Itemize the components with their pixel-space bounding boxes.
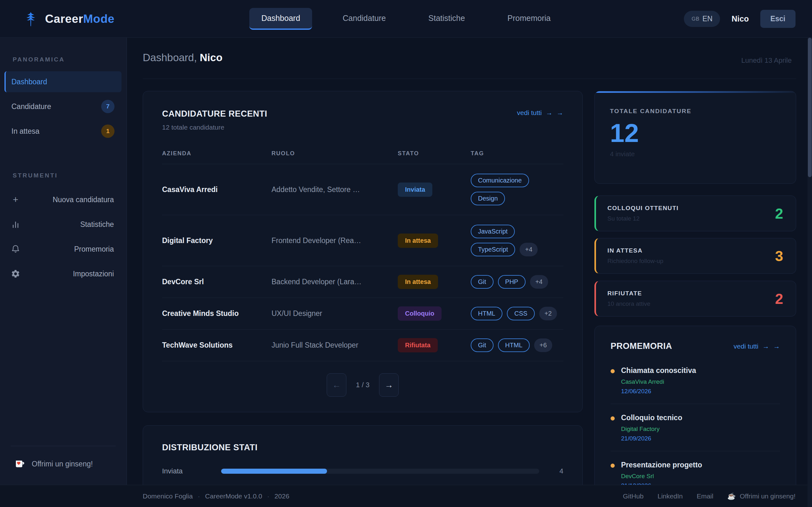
scrollbar-thumb[interactable] — [808, 38, 812, 177]
table-row[interactable]: Digital Factory Frontend Developer (Rea…… — [162, 215, 563, 266]
stat-value: 2 — [775, 205, 783, 222]
card-subtitle: 12 totale candidature — [162, 124, 267, 131]
status-badge: Colloquio — [398, 306, 442, 321]
linkedin-link[interactable]: LinkedIn — [658, 493, 682, 500]
bar-label: Inviata — [162, 467, 210, 475]
card-title: PROMEMORIA — [611, 341, 672, 351]
tag-pill: JavaScript — [471, 225, 515, 238]
arrow-left-icon: ← — [333, 380, 341, 390]
sidebar-item-dashboard[interactable]: Dashboard — [4, 71, 121, 92]
status-badge: Rifiutata — [398, 338, 438, 352]
stat-title: RIFIUTATE — [607, 290, 783, 297]
footer-version: CareerMode v1.0.0 — [205, 493, 262, 500]
table-row[interactable]: Creative Minds Studio UX/UI Designer Col… — [162, 298, 563, 330]
table-row[interactable]: TechWave Solutions Junio Full Stack Deve… — [162, 330, 563, 361]
column-header-azienda: AZIENDA — [162, 150, 271, 157]
total-value: 12 — [610, 120, 780, 147]
stat-value: 3 — [775, 247, 783, 265]
tag-pill: HTML — [498, 338, 530, 352]
page-indicator: 1 / 3 — [356, 381, 369, 389]
table-row[interactable]: DevCore Srl Backend Developer (Lara… In … — [162, 266, 563, 298]
sidebar-item-candidature[interactable]: Candidature 7 — [4, 96, 121, 117]
support-link[interactable]: ☕ Offrimi un ginseng! — [727, 493, 796, 500]
table-row[interactable]: CasaViva Arredi Addetto Vendite, Settore… — [162, 164, 563, 215]
arrow-right-icon: → — [385, 380, 393, 390]
company-cell: Digital Factory — [162, 236, 271, 245]
phoenix-logo-icon — [22, 10, 39, 27]
sidebar-item-label: Dashboard — [11, 78, 47, 86]
dot-separator: · — [267, 493, 269, 500]
reminder-date: 12/06/2026 — [621, 388, 696, 395]
nav-tab-statistiche[interactable]: Statistiche — [416, 8, 477, 30]
arrow-right-icon: → — [763, 343, 769, 350]
recent-applications-card: CANDIDATURE RECENTI 12 totale candidatur… — [143, 91, 583, 412]
stat-card-in-attesa: IN ATTESA Richiedono follow-up 3 — [595, 238, 796, 274]
reminder-item[interactable]: Chiamata conoscitiva CasaViva Arredi 12/… — [611, 357, 780, 404]
card-title: CANDIDATURE RECENTI — [162, 109, 267, 119]
bar-fill — [221, 469, 327, 474]
sidebar-item-label: Promemoria — [74, 245, 114, 253]
coffee-icon: ☕ — [727, 493, 735, 500]
company-cell: Creative Minds Studio — [162, 309, 271, 318]
tag-pill: HTML — [471, 307, 502, 320]
sidebar-section-overview: PANORAMICA — [13, 56, 126, 63]
sidebar-item-nuova-candidatura[interactable]: + Nuova candidatura — [6, 187, 119, 212]
count-badge: 7 — [101, 100, 114, 113]
logout-button[interactable]: Esci — [760, 10, 796, 28]
nav-tab-dashboard[interactable]: Dashboard — [249, 8, 312, 30]
reminders-card: PROMEMORIA vedi tutti → → Chiamata conos… — [595, 326, 796, 501]
github-link[interactable]: GitHub — [623, 493, 644, 500]
total-applications-card: TOTALE CANDIDATURE 12 4 inviate — [595, 91, 796, 184]
brand[interactable]: CareerMode — [22, 0, 114, 38]
table-header: AZIENDA RUOLO STATO TAG — [162, 150, 563, 164]
bullet-icon — [611, 416, 615, 420]
stat-card-rifiutate: RIFIUTATE 10 ancora attive 2 — [595, 281, 796, 317]
top-navbar: CareerMode Dashboard Candidature Statist… — [0, 0, 812, 38]
tag-pill: Comunicazione — [471, 174, 529, 187]
see-all-link[interactable]: vedi tutti → → — [517, 109, 563, 117]
total-subtitle: 4 inviate — [610, 150, 780, 158]
tag-pill: TypeScript — [471, 243, 515, 257]
stat-value: 2 — [775, 290, 783, 307]
more-tags-chip: +4 — [519, 243, 538, 257]
prev-page-button[interactable]: ← — [327, 373, 346, 397]
more-tags-chip: +6 — [534, 338, 552, 352]
page-title: Dashboard, Nico — [143, 52, 222, 64]
stat-title: COLLOQUI OTTENUTI — [607, 205, 783, 212]
arrow-right-icon: → — [557, 109, 563, 117]
support-link[interactable]: Offrimi un ginseng! — [0, 446, 126, 485]
bar-chart-icon — [10, 220, 21, 229]
plus-icon: + — [10, 194, 21, 205]
next-page-button[interactable]: → — [379, 373, 399, 397]
see-all-link[interactable]: vedi tutti → → — [734, 343, 780, 350]
reminder-item[interactable]: Colloquio tecnico Digital Factory 21/09/… — [611, 404, 780, 451]
language-label: EN — [703, 14, 713, 23]
nav-tab-candidature[interactable]: Candidature — [331, 8, 398, 30]
nav-tab-promemoria[interactable]: Promemoria — [496, 8, 563, 30]
sidebar-item-label: Nuova candidatura — [53, 195, 114, 204]
more-tags-chip: +2 — [539, 307, 557, 320]
reminder-title: Colloquio tecnico — [621, 413, 682, 422]
reminder-title: Presentazione progetto — [621, 461, 702, 469]
card-title: DISTRIBUZIONE STATI — [162, 443, 563, 452]
sidebar-item-promemoria[interactable]: Promemoria — [6, 237, 119, 262]
heart-mug-icon — [14, 458, 26, 469]
pagination: ← 1 / 3 → — [162, 373, 563, 397]
sidebar-item-in-attesa[interactable]: In attesa 1 — [4, 121, 121, 142]
role-cell: Frontend Developer (Rea… — [271, 236, 398, 245]
reminder-company: DevCore Srl — [621, 473, 702, 480]
support-label: Offrimi un ginseng! — [32, 460, 93, 468]
language-switch[interactable]: GB EN — [684, 11, 720, 27]
footer-author: Domenico Foglia — [143, 493, 193, 500]
company-cell: DevCore Srl — [162, 278, 271, 286]
role-cell: Junio Full Stack Developer — [271, 341, 398, 349]
bullet-icon — [611, 464, 615, 468]
status-badge: In attesa — [398, 275, 438, 289]
page-date: Lunedì 13 Aprile — [741, 56, 792, 65]
bar-track — [221, 469, 539, 474]
email-link[interactable]: Email — [697, 493, 713, 500]
sidebar-item-impostazioni[interactable]: Impostazioni — [6, 262, 119, 286]
bell-icon — [10, 244, 21, 254]
stat-title: IN ATTESA — [607, 247, 783, 254]
sidebar-item-statistiche[interactable]: Statistiche — [6, 212, 119, 237]
